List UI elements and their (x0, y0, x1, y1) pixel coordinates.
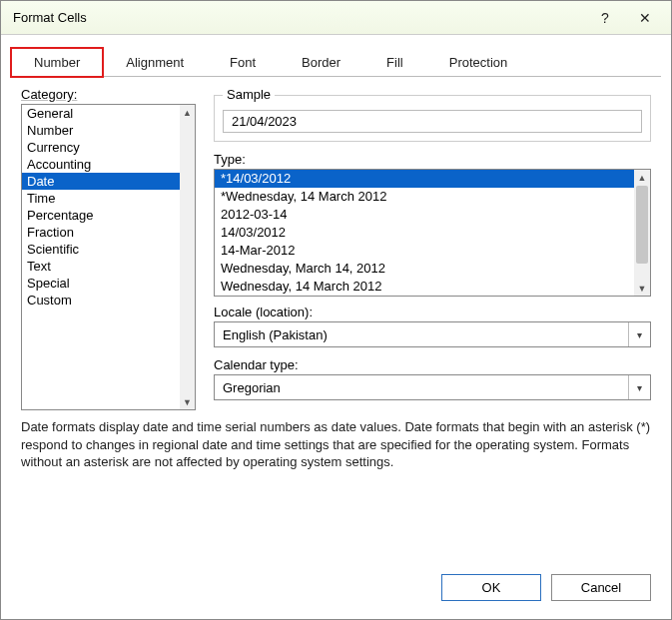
category-scrollbar[interactable]: ▲ ▼ (180, 105, 195, 409)
calendar-dropdown[interactable]: Gregorian ▾ (214, 374, 651, 400)
category-item[interactable]: Date (22, 173, 180, 190)
sample-group: Sample 21/04/2023 (214, 95, 651, 142)
category-item[interactable]: Fraction (22, 224, 180, 241)
category-item[interactable]: Custom (22, 292, 180, 309)
category-item[interactable]: Currency (22, 139, 180, 156)
ok-button[interactable]: OK (441, 574, 541, 601)
category-item[interactable]: Percentage (22, 207, 180, 224)
chevron-down-icon[interactable]: ▾ (628, 375, 650, 399)
category-item[interactable]: General (22, 105, 180, 122)
category-item[interactable]: Scientific (22, 241, 180, 258)
scroll-up-icon[interactable]: ▲ (634, 170, 650, 185)
category-label: Category: (21, 87, 196, 102)
dialog-title: Format Cells (13, 10, 585, 25)
dialog-footer: OK Cancel (1, 560, 671, 619)
help-button[interactable]: ? (585, 5, 625, 31)
locale-label: Locale (location): (214, 305, 651, 319)
type-label: Type: (214, 152, 651, 167)
type-scrollbar[interactable]: ▲ ▼ (634, 170, 650, 296)
scroll-down-icon[interactable]: ▼ (634, 281, 650, 296)
tab-border[interactable]: Border (279, 48, 363, 77)
sample-label: Sample (223, 87, 275, 102)
locale-dropdown[interactable]: English (Pakistan) ▾ (214, 321, 651, 347)
chevron-down-icon[interactable]: ▾ (628, 322, 650, 346)
format-cells-dialog: Format Cells ? ✕ Number Alignment Font B… (0, 0, 672, 620)
type-item[interactable]: *Wednesday, 14 March 2012 (215, 188, 634, 206)
right-column: Sample 21/04/2023 Type: *14/03/2012*Wedn… (214, 87, 651, 410)
category-column: Category: GeneralNumberCurrencyAccountin… (21, 87, 196, 410)
scroll-up-icon[interactable]: ▲ (180, 105, 195, 120)
calendar-label: Calendar type: (214, 357, 651, 372)
sample-value: 21/04/2023 (223, 110, 642, 133)
tab-font[interactable]: Font (207, 48, 279, 77)
titlebar: Format Cells ? ✕ (1, 1, 671, 35)
type-listbox[interactable]: *14/03/2012*Wednesday, 14 March 20122012… (214, 169, 651, 297)
tab-alignment[interactable]: Alignment (103, 48, 207, 77)
category-item[interactable]: Special (22, 275, 180, 292)
type-item[interactable]: 2012-03-14 (215, 206, 634, 224)
type-item[interactable]: Wednesday, 14 March 2012 (215, 278, 634, 296)
type-item[interactable]: *14/03/2012 (215, 170, 634, 188)
type-item[interactable]: 14-Mar-2012 (215, 242, 634, 260)
tab-number[interactable]: Number (11, 48, 103, 77)
tab-panel-number: Category: GeneralNumberCurrencyAccountin… (1, 77, 671, 410)
category-item[interactable]: Number (22, 122, 180, 139)
tab-protection[interactable]: Protection (426, 48, 531, 77)
cancel-button[interactable]: Cancel (551, 574, 651, 601)
close-button[interactable]: ✕ (625, 5, 665, 31)
locale-value: English (Pakistan) (215, 327, 628, 342)
calendar-value: Gregorian (215, 380, 628, 395)
category-item[interactable]: Text (22, 258, 180, 275)
tab-fill[interactable]: Fill (363, 48, 426, 77)
tabstrip: Number Alignment Font Border Fill Protec… (11, 47, 661, 77)
category-item[interactable]: Accounting (22, 156, 180, 173)
category-item[interactable]: Time (22, 190, 180, 207)
type-item[interactable]: Wednesday, March 14, 2012 (215, 260, 634, 278)
type-item[interactable]: 14/03/2012 (215, 224, 634, 242)
scrollbar-thumb[interactable] (636, 186, 648, 264)
scroll-down-icon[interactable]: ▼ (180, 394, 195, 409)
description-text: Date formats display date and time seria… (1, 410, 671, 471)
category-listbox[interactable]: GeneralNumberCurrencyAccountingDateTimeP… (21, 104, 196, 410)
